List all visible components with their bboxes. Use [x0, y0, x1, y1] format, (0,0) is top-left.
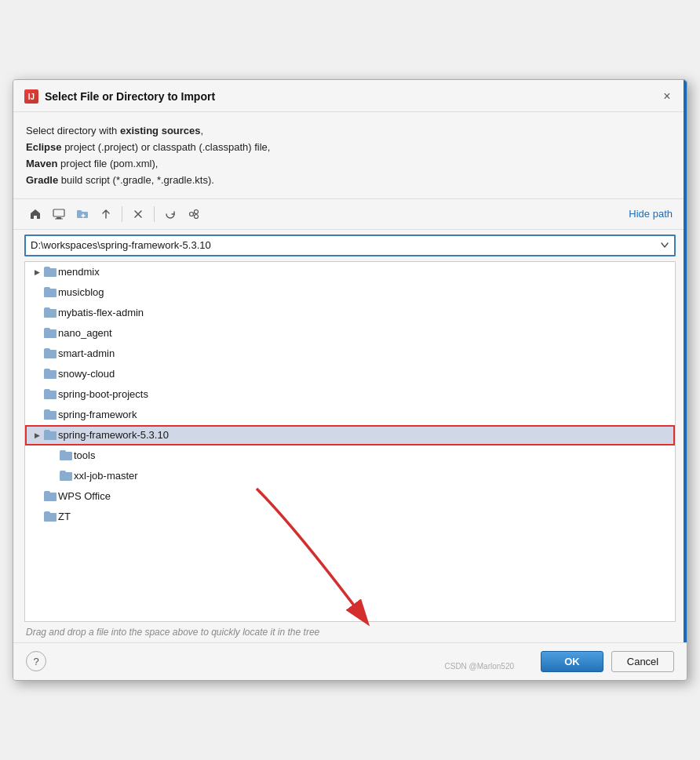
up-icon [100, 208, 112, 220]
accent-bar [684, 80, 687, 679]
refresh-button[interactable] [159, 204, 181, 224]
up-button[interactable] [95, 204, 117, 224]
tree-label-snowy: snowy-cloud [58, 368, 115, 380]
tree-item-spring-framework-5310[interactable]: ▶ spring-framework-5.3.10 [25, 425, 675, 445]
tree-label-xxl: xxl-job-master [74, 470, 138, 482]
tree-label-smart: smart-admin [58, 347, 115, 359]
drag-drop-hint: Drag and drop a file into the space abov… [13, 622, 687, 642]
tree-item-mybatis-flex-admin[interactable]: mybatis-flex-admin [25, 303, 675, 323]
toolbar-separator-2 [154, 206, 155, 222]
svg-rect-2 [55, 218, 63, 219]
delete-button[interactable] [127, 204, 149, 224]
tree-item-wps-office[interactable]: WPS Office [25, 486, 675, 507]
folder-icon-nano [44, 328, 57, 338]
close-button[interactable]: × [658, 88, 676, 105]
desc-line2: Eclipse project (.project) or classpath … [26, 141, 270, 153]
desc-line4: Gradle build script (*.gradle, *.gradle.… [26, 174, 214, 186]
tree-label-nano: nano_agent [58, 327, 112, 339]
watermark: CSDN @Marlon520 [444, 662, 514, 671]
path-input[interactable] [24, 235, 655, 256]
desktop-button[interactable] [48, 204, 70, 224]
toolbar-separator-1 [122, 206, 122, 222]
file-tree[interactable]: ▶ mendmix musicblog mybatis-flex-admin [24, 261, 676, 622]
bottom-right: OK Cancel [541, 651, 674, 672]
title-bar-left: IJ Select File or Directory to Import [24, 89, 215, 104]
folder-icon-sf5310 [44, 430, 57, 440]
svg-point-3 [190, 212, 194, 216]
tree-label-sf: spring-framework [58, 409, 137, 420]
folder-icon-wps [44, 491, 57, 501]
tree-item-nano-agent[interactable]: nano_agent [25, 323, 675, 344]
title-bar: IJ Select File or Directory to Import × [13, 80, 687, 112]
delete-icon [132, 208, 144, 220]
path-row [13, 230, 687, 261]
tree-item-musicblog[interactable]: musicblog [25, 282, 675, 303]
description-panel: Select directory with existing sources, … [13, 112, 687, 198]
tree-item-spring-boot-projects[interactable]: spring-boot-projects [25, 384, 675, 405]
svg-point-5 [195, 214, 199, 218]
folder-icon-mybatis [44, 307, 57, 318]
folder-icon-sbp [44, 389, 57, 399]
refresh-icon [164, 208, 177, 220]
folder-icon-tools [60, 450, 72, 460]
tree-item-smart-admin[interactable]: smart-admin [25, 344, 675, 364]
tree-item-mendmix[interactable]: ▶ mendmix [25, 262, 675, 282]
tree-item-xxl-job-master[interactable]: xxl-job-master [25, 466, 675, 486]
tree-item-tools[interactable]: tools [25, 445, 675, 466]
folder-icon-smart [44, 348, 57, 358]
svg-point-4 [195, 209, 199, 213]
tree-label-tools: tools [74, 449, 95, 461]
import-dialog: IJ Select File or Directory to Import × … [13, 79, 687, 680]
tree-item-zt[interactable]: ZT [25, 507, 675, 527]
help-button[interactable]: ? [26, 651, 46, 671]
folder-icon-mendmix [44, 267, 57, 277]
chevron-down-icon [661, 242, 669, 249]
chevron-sf5310[interactable]: ▶ [31, 430, 42, 441]
tree-label-mendmix: mendmix [58, 266, 100, 278]
tree-label-musicblog: musicblog [58, 286, 104, 298]
dialog-title: Select File or Directory to Import [45, 90, 215, 103]
desc-line3: Maven project file (pom.xml), [26, 158, 158, 169]
folder-icon-sf [44, 409, 57, 420]
folder-icon-snowy [44, 369, 57, 379]
tree-label-sf5310: spring-framework-5.3.10 [58, 429, 169, 441]
home-button[interactable] [24, 204, 46, 224]
link-icon [188, 208, 200, 220]
folder-icon-musicblog [44, 287, 57, 297]
desc-line1: Select directory with existing sources, [26, 125, 203, 136]
hide-path-button[interactable]: Hide path [625, 206, 676, 221]
path-dropdown-button[interactable] [655, 235, 676, 256]
folder-icon-xxl [60, 471, 72, 481]
tree-label-zt: ZT [58, 511, 71, 522]
svg-line-6 [194, 213, 195, 213]
link-button[interactable] [183, 204, 205, 224]
desktop-icon [53, 208, 65, 220]
tree-label-sbp: spring-boot-projects [58, 388, 148, 400]
app-icon: IJ [24, 89, 38, 104]
home-icon [29, 208, 42, 220]
chevron-mendmix[interactable]: ▶ [31, 267, 42, 278]
tree-label-wps: WPS Office [58, 490, 111, 502]
cancel-button[interactable]: Cancel [611, 651, 674, 672]
ok-button[interactable]: OK [541, 651, 603, 672]
svg-rect-0 [53, 209, 64, 216]
tree-item-spring-framework[interactable]: spring-framework [25, 405, 675, 425]
bottom-bar: ? CSDN @Marlon520 OK Cancel [13, 642, 687, 680]
svg-line-7 [194, 215, 195, 216]
new-folder-button[interactable] [71, 204, 93, 224]
new-folder-icon [76, 208, 89, 220]
folder-icon-zt [44, 511, 57, 522]
toolbar: Hide path [13, 198, 687, 230]
tree-item-snowy-cloud[interactable]: snowy-cloud [25, 364, 675, 384]
tree-label-mybatis: mybatis-flex-admin [58, 307, 144, 318]
